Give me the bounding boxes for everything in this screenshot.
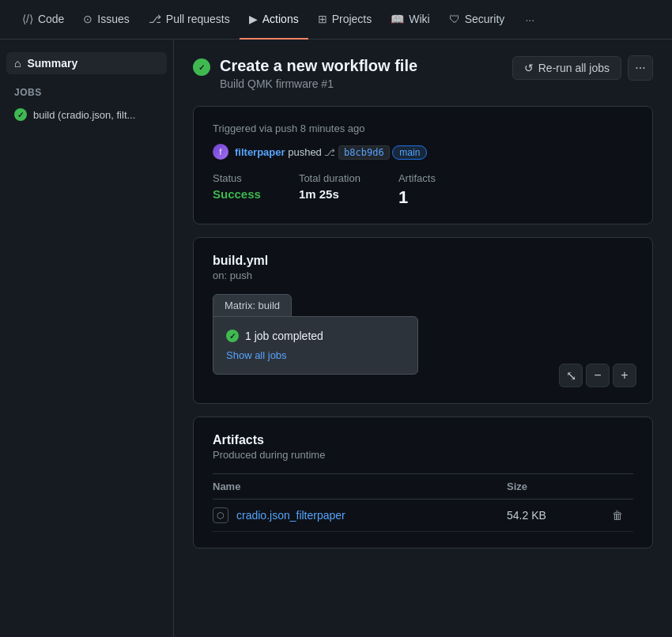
workflow-more-button[interactable]: ··· [628, 55, 653, 81]
nav-wiki[interactable]: 📖 Wiki [381, 0, 439, 40]
status-value: Success [213, 187, 261, 201]
zoom-minus-icon: − [594, 368, 601, 383]
col-action-header [602, 481, 633, 492]
zoom-in-button[interactable]: + [613, 364, 636, 387]
issues-icon: ⊙ [83, 13, 92, 25]
duration-stat: Total duration 1m 25s [299, 172, 361, 208]
security-icon: 🛡 [449, 13, 460, 25]
artifacts-count: 1 [398, 187, 436, 208]
duration-label: Total duration [299, 172, 361, 184]
branch-icon: ⎇ [324, 147, 335, 158]
zoom-expand-icon: ⤡ [566, 368, 576, 383]
workflow-title: Create a new workflow file [220, 55, 417, 76]
workflow-title-section: Create a new workflow file Build QMK fir… [193, 55, 417, 90]
home-icon: ⌂ [14, 57, 21, 70]
sidebar-job-item[interactable]: build (cradio.json, filt... [6, 104, 167, 125]
matrix-section: Matrix: build 1 job completed Show all j… [213, 294, 418, 375]
zoom-expand-button[interactable]: ⤡ [559, 364, 583, 387]
nav-projects[interactable]: ⊞ Projects [308, 0, 382, 40]
status-stat: Status Success [213, 172, 261, 208]
artifact-name-cell: ⬡ cradio.json_filterpaper [213, 507, 507, 523]
projects-icon: ⊞ [318, 13, 327, 25]
artifacts-stat: Artifacts 1 [398, 172, 436, 208]
artifact-delete-cell: 🗑 [602, 509, 633, 522]
artifact-file-link[interactable]: ⬡ cradio.json_filterpaper [213, 507, 507, 523]
artifact-size-cell: 54.2 KB [507, 509, 602, 522]
artifacts-table-header: Name Size [213, 474, 633, 499]
trigger-row: f filterpaper pushed ⎇ b8cb9d6 main [213, 144, 633, 160]
artifact-row: ⬡ cradio.json_filterpaper 54.2 KB 🗑 [213, 499, 633, 532]
sidebar-summary[interactable]: ⌂ Summary [6, 52, 167, 74]
col-size-header: Size [507, 481, 602, 492]
nav-more-button[interactable]: ··· [517, 7, 542, 32]
build-card: build.yml on: push Matrix: build 1 job c… [193, 237, 653, 404]
rerun-icon: ↺ [524, 62, 534, 74]
matrix-tab[interactable]: Matrix: build [213, 294, 292, 317]
matrix-popup: 1 job completed Show all jobs [213, 316, 418, 375]
run-info-card: Triggered via push 8 minutes ago f filte… [193, 106, 653, 224]
status-label: Status [213, 172, 261, 184]
trigger-info: Triggered via push 8 minutes ago [213, 122, 633, 134]
main-layout: ⌂ Summary Jobs build (cradio.json, filt.… [0, 40, 672, 637]
artifacts-card: Artifacts Produced during runtime Name S… [193, 416, 653, 548]
show-all-jobs-link[interactable]: Show all jobs [226, 349, 287, 361]
branch-badge: main [392, 145, 427, 160]
sidebar: ⌂ Summary Jobs build (cradio.json, filt.… [0, 40, 174, 637]
wiki-icon: 📖 [391, 13, 404, 25]
job-completed-icon [226, 330, 239, 342]
duration-value: 1m 25s [299, 187, 361, 201]
workflow-title-text: Create a new workflow file Build QMK fir… [220, 55, 417, 90]
workflow-actions: ↺ Re-run all jobs ··· [512, 55, 653, 81]
workflow-success-icon [193, 58, 210, 76]
nav-actions[interactable]: ▶ Actions [240, 0, 308, 40]
nav-security[interactable]: 🛡 Security [440, 0, 515, 40]
job-success-icon [14, 108, 27, 121]
artifacts-subtitle: Produced during runtime [213, 449, 633, 461]
avatar: f [213, 144, 228, 160]
username: filterpaper [235, 146, 285, 158]
top-nav: ⟨/⟩ Code ⊙ Issues ⎇ Pull requests ▶ Acti… [0, 0, 672, 40]
trigger-text: filterpaper pushed ⎇ b8cb9d6 main [235, 146, 427, 158]
nav-code[interactable]: ⟨/⟩ Code [13, 0, 74, 40]
workflow-header: Create a new workflow file Build QMK fir… [193, 55, 653, 90]
col-name-header: Name [213, 481, 507, 492]
pull-request-icon: ⎇ [149, 13, 161, 25]
build-filename: build.yml [213, 254, 633, 268]
artifacts-table: Name Size ⬡ cradio.json_filterpaper 54.2… [213, 473, 633, 532]
delete-artifact-button[interactable]: 🗑 [612, 509, 623, 522]
build-trigger: on: push [213, 270, 633, 281]
main-content: Create a new workflow file Build QMK fir… [174, 40, 672, 637]
nav-pull-requests[interactable]: ⎇ Pull requests [139, 0, 240, 40]
workflow-subtitle: Build QMK firmware #1 [220, 77, 417, 90]
more-icon: ··· [635, 61, 645, 75]
code-icon: ⟨/⟩ [22, 13, 33, 25]
file-icon: ⬡ [213, 507, 228, 523]
rerun-all-jobs-button[interactable]: ↺ Re-run all jobs [512, 56, 621, 80]
job-status: 1 job completed [226, 330, 405, 342]
artifacts-title: Artifacts [213, 433, 633, 447]
zoom-out-button[interactable]: − [586, 364, 610, 387]
commit-hash: b8cb9d6 [338, 145, 390, 160]
jobs-section-label: Jobs [6, 84, 167, 101]
zoom-plus-icon: + [621, 368, 628, 383]
actions-icon: ▶ [249, 13, 258, 25]
zoom-controls: ⤡ − + [559, 364, 636, 387]
stats-row: Status Success Total duration 1m 25s Art… [213, 172, 633, 208]
nav-issues[interactable]: ⊙ Issues [74, 0, 138, 40]
artifacts-label: Artifacts [398, 172, 436, 184]
